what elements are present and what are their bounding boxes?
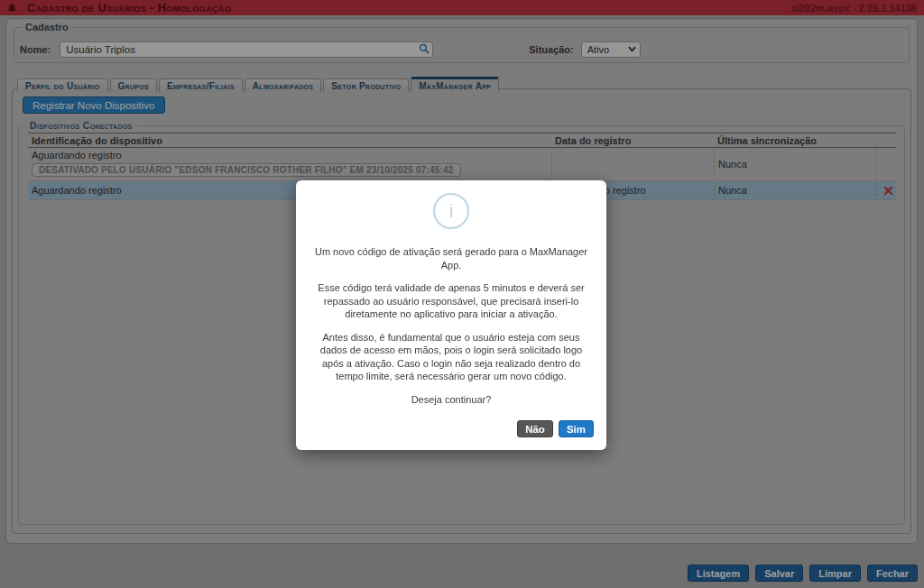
info-icon-glyph: i bbox=[449, 200, 454, 222]
dialog-question: Deseja continuar? bbox=[312, 393, 590, 407]
dialog-paragraph: Esse código terá validade de apenas 5 mi… bbox=[312, 281, 590, 321]
dialog-paragraph: Antes disso, é fundamental que o usuário… bbox=[312, 331, 590, 383]
confirmation-dialog: i Um novo código de ativação será gerado… bbox=[296, 180, 606, 450]
dialog-actions: Não Sim bbox=[309, 420, 594, 437]
info-icon: i bbox=[433, 193, 469, 229]
dialog-yes-button[interactable]: Sim bbox=[559, 420, 594, 437]
dialog-no-button[interactable]: Não bbox=[517, 420, 553, 437]
dialog-paragraph: Um novo código de ativação será gerado p… bbox=[312, 245, 590, 271]
